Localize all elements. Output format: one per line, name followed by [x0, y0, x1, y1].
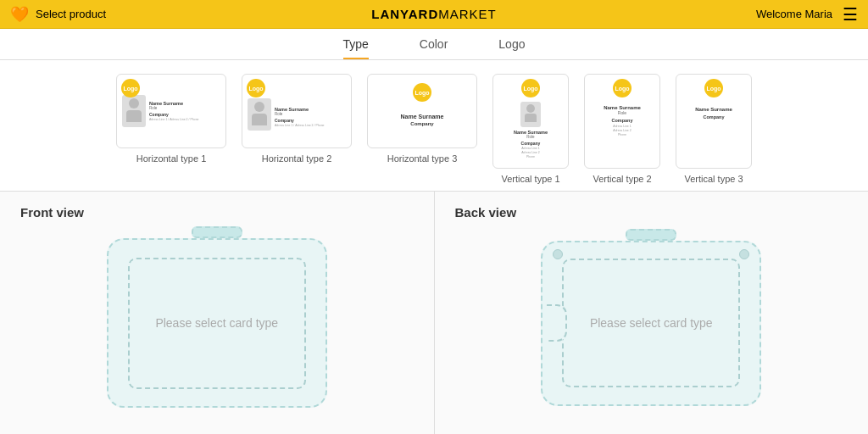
- card-text-h2: Name Surname Role Company Adress Line 1 …: [275, 107, 346, 128]
- card-type-horizontal-1[interactable]: Logo Name Surname Role Company Adress Li…: [116, 74, 226, 184]
- card-preview-horizontal-1: Logo Name Surname Role Company Adress Li…: [116, 74, 226, 148]
- back-placeholder-text: Please select card type: [590, 316, 713, 330]
- card-type-vertical-1[interactable]: Logo Name Surname Role Company Adress Li…: [492, 74, 569, 184]
- tab-color[interactable]: Color: [420, 37, 448, 59]
- tab-type[interactable]: Type: [343, 37, 369, 59]
- card-type-label-h3: Horizontal type 3: [387, 153, 458, 164]
- card-preview-horizontal-3: Logo Name Surname Company: [367, 74, 477, 148]
- select-product[interactable]: 🧡 Select product: [10, 5, 106, 24]
- back-corner-top-left: [553, 249, 563, 259]
- card-type-vertical-2[interactable]: Logo Name Surname Role Company Adress Li…: [584, 74, 660, 184]
- back-holder-inner: Please select card type: [562, 259, 740, 387]
- front-holder-inner: Please select card type: [128, 258, 306, 389]
- card-preview-vertical-1: Logo Name Surname Role Company Adress Li…: [492, 74, 569, 169]
- logo-badge-h1: Logo: [121, 79, 140, 97]
- app-logo: LANYARDMARKET: [371, 7, 496, 21]
- card-type-label-h2: Horizontal type 2: [262, 153, 332, 164]
- back-corner-top-right: [739, 249, 749, 259]
- back-holder-strap: [626, 229, 676, 241]
- logo-badge-v1: Logo: [521, 79, 540, 97]
- card-type-label-v3: Vertical type 3: [684, 174, 743, 184]
- card-type-label-v2: Vertical type 2: [593, 174, 651, 184]
- logo-badge-v2: Logo: [613, 79, 632, 97]
- card-preview-vertical-2: Logo Name Surname Role Company Adress Li…: [584, 74, 660, 169]
- logo-light: MARKET: [438, 7, 497, 21]
- card-type-vertical-3[interactable]: Logo Name Surname Company Vertical type …: [676, 74, 752, 184]
- front-card-holder: Please select card type: [98, 230, 336, 416]
- card-type-label-v1: Vertical type 1: [501, 174, 559, 184]
- heart-icon: 🧡: [10, 5, 29, 24]
- app-header: 🧡 Select product LANYARDMARKET Welcome M…: [0, 0, 868, 29]
- header-right: Welcome Maria ☰: [756, 4, 858, 25]
- front-view-title: Front view: [20, 205, 414, 220]
- back-holder-notch: [547, 304, 567, 342]
- logo-badge-h3: Logo: [413, 83, 431, 102]
- card-preview-vertical-3: Logo Name Surname Company: [676, 74, 752, 169]
- card-text-h1: Name Surname Role Company Adress Line 1 …: [149, 101, 220, 122]
- logo-badge-v3: Logo: [704, 79, 723, 97]
- logo-bold: LANYARD: [371, 7, 438, 21]
- card-type-horizontal-3[interactable]: Logo Name Surname Company Horizontal typ…: [367, 74, 477, 184]
- back-holder-outer: Please select card type: [541, 241, 761, 406]
- logo-badge-h2: Logo: [247, 79, 265, 97]
- card-type-label-h1: Horizontal type 1: [136, 153, 207, 164]
- welcome-text: Welcome Maria: [756, 8, 832, 20]
- front-view-panel: Front view Please select card type: [0, 192, 434, 434]
- front-holder-outer: Please select card type: [107, 238, 327, 408]
- back-card-holder: Please select card type: [532, 230, 770, 416]
- back-view-title: Back view: [455, 205, 849, 220]
- card-type-horizontal-2[interactable]: Logo Name Surname Role Company Adress Li…: [242, 74, 352, 184]
- card-preview-horizontal-2: Logo Name Surname Role Company Adress Li…: [242, 74, 352, 148]
- card-type-selector: Logo Name Surname Role Company Adress Li…: [0, 60, 868, 191]
- tab-logo[interactable]: Logo: [498, 37, 525, 59]
- select-product-label: Select product: [36, 8, 106, 20]
- back-view-panel: Back view Please select card type: [434, 192, 869, 434]
- front-placeholder-text: Please select card type: [155, 316, 278, 330]
- hamburger-menu-icon[interactable]: ☰: [843, 4, 858, 25]
- front-holder-strap: [192, 226, 242, 238]
- views-container: Front view Please select card type Back …: [0, 191, 868, 434]
- tab-bar: Type Color Logo: [0, 29, 868, 60]
